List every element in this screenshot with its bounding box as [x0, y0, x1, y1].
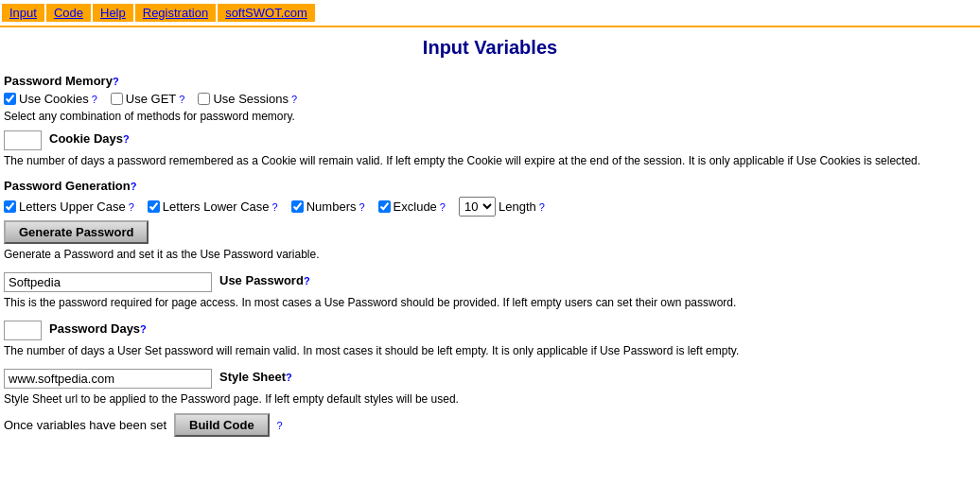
numbers-label[interactable]: Numbers? [291, 199, 365, 214]
use-sessions-help[interactable]: ? [291, 94, 297, 105]
style-sheet-help[interactable]: ? [286, 372, 292, 383]
password-days-help[interactable]: ? [140, 323, 147, 335]
generate-password-button[interactable]: Generate Password [4, 220, 149, 244]
nav-registration[interactable]: Registration [135, 4, 216, 22]
cookie-days-description: The number of days a password remembered… [4, 154, 976, 167]
numbers-help[interactable]: ? [359, 201, 364, 213]
password-memory-section: Password Memory? Use Cookies? Use GET? U… [4, 74, 976, 167]
letters-upper-label[interactable]: Letters Upper Case? [4, 199, 134, 214]
use-get-help[interactable]: ? [179, 94, 184, 105]
length-select[interactable]: 10 8 12 16 [459, 197, 496, 217]
style-sheet-row: Style Sheet? [4, 369, 976, 389]
letters-lower-help[interactable]: ? [272, 201, 278, 213]
exclude-label[interactable]: Exclude? [378, 199, 446, 214]
style-sheet-input[interactable] [4, 369, 212, 389]
use-cookies-label[interactable]: Use Cookies? [4, 92, 97, 106]
cookie-days-help[interactable]: ? [123, 133, 130, 145]
nav-code[interactable]: Code [46, 4, 91, 22]
use-password-input[interactable] [4, 272, 212, 292]
exclude-help[interactable]: ? [440, 201, 446, 213]
password-days-input[interactable] [4, 321, 42, 340]
password-days-row: Password Days? [4, 321, 976, 340]
password-memory-checkboxes: Use Cookies? Use GET? Use Sessions? [4, 92, 976, 106]
length-help[interactable]: ? [539, 201, 545, 213]
password-memory-description: Select any combination of methods for pa… [4, 110, 976, 123]
build-code-help[interactable]: ? [277, 420, 283, 431]
use-password-row: Use Password? [4, 272, 976, 292]
top-navigation: Input Code Help Registration softSWOT.co… [0, 0, 980, 27]
password-generation-title: Password Generation? [4, 179, 976, 193]
use-password-description: This is the password required for page a… [4, 296, 976, 309]
once-text: Once variables have been set [4, 418, 166, 432]
nav-softswot[interactable]: softSWOT.com [218, 4, 315, 22]
nav-input[interactable]: Input [2, 4, 44, 22]
generate-description: Generate a Password and set it as the Us… [4, 248, 976, 261]
page-title: Input Variables [4, 37, 976, 59]
use-cookies-checkbox[interactable] [4, 93, 16, 105]
password-generation-section: Password Generation? Letters Upper Case?… [4, 179, 976, 406]
use-get-checkbox[interactable] [111, 93, 123, 105]
generate-btn-row: Generate Password [4, 220, 976, 244]
cookie-days-input[interactable] [4, 130, 42, 150]
exclude-checkbox[interactable] [378, 200, 391, 213]
password-days-label: Password Days? [49, 321, 147, 336]
nav-help[interactable]: Help [93, 4, 133, 22]
letters-lower-checkbox[interactable] [148, 200, 160, 213]
letters-upper-help[interactable]: ? [129, 201, 134, 213]
build-code-button[interactable]: Build Code [174, 413, 270, 437]
letters-upper-checkbox[interactable] [4, 200, 16, 213]
password-days-description: The number of days a User Set password w… [4, 344, 976, 357]
password-memory-help-icon[interactable]: ? [113, 76, 119, 87]
use-get-label[interactable]: Use GET? [111, 92, 185, 106]
password-generation-help-icon[interactable]: ? [131, 181, 137, 192]
numbers-checkbox[interactable] [291, 200, 304, 213]
main-content: Input Variables Password Memory? Use Coo… [0, 27, 980, 446]
use-sessions-checkbox[interactable] [198, 93, 210, 105]
cookie-days-label: Cookie Days? [49, 131, 130, 146]
style-sheet-label: Style Sheet? [219, 370, 292, 384]
footer-row: Once variables have been set Build Code … [4, 413, 976, 437]
password-generation-checkboxes: Letters Upper Case? Letters Lower Case? … [4, 197, 976, 217]
use-password-help[interactable]: ? [304, 275, 310, 286]
cookie-days-row: Cookie Days? [4, 130, 976, 150]
password-memory-title: Password Memory? [4, 74, 976, 88]
use-sessions-label[interactable]: Use Sessions? [198, 92, 297, 106]
style-sheet-description: Style Sheet url to be applied to the Pas… [4, 392, 976, 406]
length-select-group: 10 8 12 16 Length? [459, 197, 545, 217]
letters-lower-label[interactable]: Letters Lower Case? [148, 199, 278, 214]
use-cookies-help[interactable]: ? [92, 94, 97, 105]
use-password-label: Use Password? [219, 273, 310, 287]
